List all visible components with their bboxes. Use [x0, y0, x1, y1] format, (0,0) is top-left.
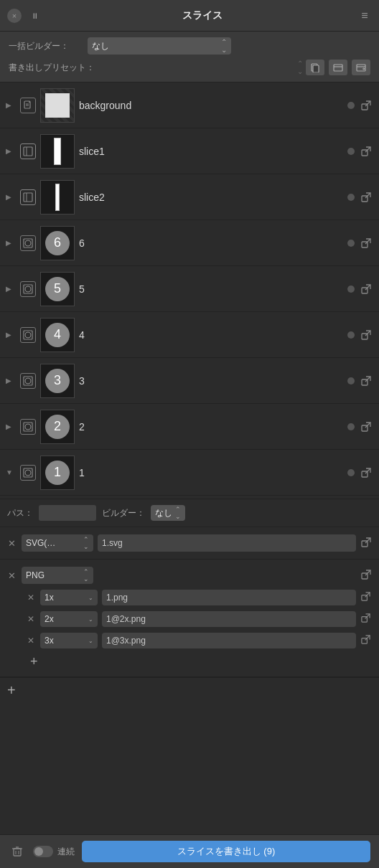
continuous-toggle[interactable]	[33, 846, 53, 857]
export-preset-label: 書き出しプリセット：	[9, 62, 95, 74]
svg-point-28	[25, 332, 31, 338]
layer-export-button[interactable]	[359, 144, 373, 159]
add-format-button[interactable]: +	[7, 682, 372, 699]
export-icon	[356, 62, 366, 72]
layer-name-background: background	[79, 100, 343, 111]
remove-1x-button[interactable]: ✕	[26, 593, 36, 603]
remove-2x-button[interactable]: ✕	[26, 614, 36, 624]
export-preset-btn[interactable]	[352, 60, 370, 75]
chevron-icon: ▶	[6, 423, 16, 430]
close-button[interactable]: ×	[7, 9, 22, 23]
scale-3x-link-button[interactable]	[360, 634, 373, 647]
scale-arrow: ⌄	[88, 638, 93, 644]
path-label: パス：	[7, 507, 33, 519]
png-format-select[interactable]: PNG ⌃⌄	[22, 567, 93, 584]
layer-visibility-dot[interactable]	[347, 469, 355, 476]
layer-export-button[interactable]	[359, 328, 373, 342]
layer-visibility-dot[interactable]	[347, 148, 355, 155]
layer-visibility-dot[interactable]	[347, 240, 355, 247]
close-icon: ×	[12, 11, 17, 20]
export-slices-button[interactable]: スライスを書き出し (9)	[82, 841, 370, 862]
layer-name-layer1: 1	[79, 467, 343, 478]
layer-export-button[interactable]	[359, 190, 373, 204]
bottom-panel: パス： ビルダー： なし ⌃⌄ ✕ SVG(… ⌃⌄	[0, 499, 379, 703]
circle-type-icon	[20, 327, 36, 343]
remove-svg-button[interactable]: ✕	[6, 537, 17, 549]
layer-visibility-dot[interactable]	[347, 331, 355, 339]
svg-filename-input[interactable]	[98, 534, 356, 552]
scale-1x-select[interactable]: 1x ⌄	[40, 590, 98, 605]
scale-2x-select[interactable]: 2x ⌄	[40, 611, 98, 627]
builder-arrow: ⌃⌄	[175, 506, 181, 520]
layer-export-button[interactable]	[359, 374, 373, 388]
scale-2x-filename[interactable]	[102, 611, 356, 627]
circle-layer-icon	[23, 238, 33, 248]
layer-visibility-dot[interactable]	[347, 423, 355, 430]
layer-item-slice2[interactable]: ▶ slice2	[0, 174, 379, 220]
layer-item-layer5[interactable]: ▶ 5 5	[0, 266, 379, 312]
scale-3x-filename[interactable]	[102, 633, 356, 648]
trash-icon	[11, 845, 24, 858]
layer-export-button[interactable]	[359, 282, 373, 296]
circle-type-icon	[20, 235, 36, 251]
scale-3x-select[interactable]: 3x ⌄	[40, 633, 98, 648]
svg-rect-2	[334, 65, 342, 71]
remove-3x-button[interactable]: ✕	[26, 636, 36, 646]
circle-layer-icon	[23, 422, 33, 432]
external-link-icon	[360, 421, 372, 433]
scale-1x-link-button[interactable]	[360, 591, 373, 604]
png-export-section: ✕ PNG ⌃⌄ ✕ 1x ⌄	[0, 560, 379, 677]
preset-arrow: ⌃⌄	[297, 60, 303, 75]
png-export-link-button[interactable]	[360, 569, 373, 582]
png-format-row: ✕ PNG ⌃⌄	[6, 564, 373, 587]
bulk-builder-select[interactable]: なし ⌃⌄	[88, 37, 231, 55]
copy-preset-btn-1[interactable]	[306, 60, 324, 75]
remove-png-button[interactable]: ✕	[6, 570, 17, 581]
layer-thumbnail-layer1: 1	[40, 456, 75, 490]
external-link-icon	[360, 634, 371, 645]
scale-1x-value: 1x	[45, 593, 54, 603]
layer-export-button[interactable]	[359, 420, 373, 434]
layer-item-background[interactable]: ▶ background	[0, 82, 379, 128]
layer-export-button[interactable]	[359, 98, 373, 113]
path-row: パス： ビルダー： なし ⌃⌄	[0, 499, 379, 527]
export-preset-select[interactable]: ⌃⌄	[95, 59, 306, 76]
path-input[interactable]	[39, 505, 96, 521]
layer-item-layer4[interactable]: ▶ 4 4	[0, 312, 379, 358]
layer-item-layer2[interactable]: ▶ 2 2	[0, 404, 379, 450]
builder-select[interactable]: なし ⌃⌄	[151, 505, 185, 521]
layer-thumbnail-layer4: 4	[40, 318, 75, 352]
scale-1x-filename[interactable]	[102, 590, 356, 605]
layer-name-layer6: 6	[79, 237, 343, 249]
svg-export-link-button[interactable]	[360, 537, 373, 549]
add-scale-button[interactable]: +	[26, 651, 373, 672]
layer-item-layer6[interactable]: ▶ 6 6	[0, 220, 379, 266]
layer-visibility-dot[interactable]	[347, 377, 355, 385]
layer-thumbnail-layer6: 6	[40, 226, 75, 260]
slice-type-icon	[20, 143, 36, 159]
chevron-icon: ▶	[6, 285, 16, 293]
layer-name-layer3: 3	[79, 375, 343, 387]
circle-type-icon	[20, 373, 36, 389]
scale-2x-link-button[interactable]	[360, 613, 373, 626]
layer-export-button[interactable]	[359, 466, 373, 480]
toggle-knob	[34, 847, 43, 856]
layer-item-slice1[interactable]: ▶ slice1	[0, 128, 379, 174]
layer-export-button[interactable]	[359, 236, 373, 250]
delete-button[interactable]	[9, 843, 26, 860]
layer-item-layer1[interactable]: ▼ 1 1	[0, 450, 379, 496]
external-link-icon	[360, 467, 372, 478]
layer-visibility-dot[interactable]	[347, 194, 355, 201]
svg-format-select[interactable]: SVG(… ⌃⌄	[22, 534, 93, 552]
top-controls: 一括ビルダー： なし ⌃⌄ 書き出しプリセット： ⌃⌄	[0, 32, 379, 82]
bulk-builder-row: 一括ビルダー： なし ⌃⌄	[9, 37, 370, 55]
layer-visibility-dot[interactable]	[347, 102, 355, 109]
scale-rows: ✕ 1x ⌄ ✕ 2x ⌄	[6, 587, 373, 672]
pause-button[interactable]: ⏸	[27, 9, 42, 23]
layer-visibility-dot[interactable]	[347, 286, 355, 293]
layer-item-layer3[interactable]: ▶ 3 3	[0, 358, 379, 404]
circle-type-icon	[20, 281, 36, 297]
copy-preset-btn-2[interactable]	[329, 60, 347, 75]
export-button-label: スライスを書き出し (9)	[177, 845, 276, 858]
menu-button[interactable]: ≡	[357, 9, 372, 23]
